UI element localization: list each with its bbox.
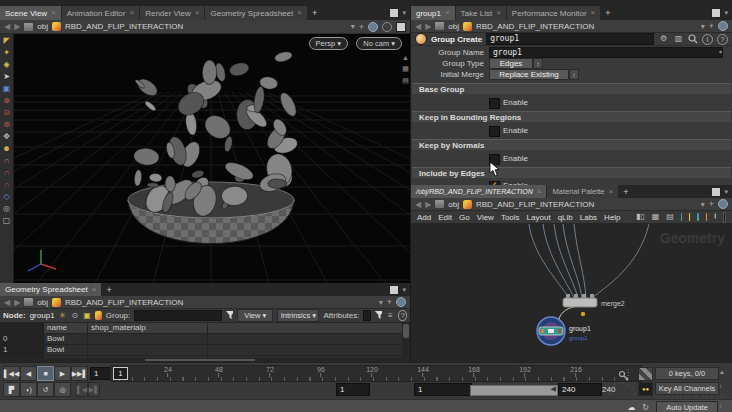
breadcrumb-node[interactable]: RBD_AND_FLIP_INTERACTION bbox=[476, 200, 594, 209]
scene-viewport[interactable]: ◤ ✦ ◈ ➤ ▣ ⊕ ⊙ ⊚ ✥ ☻ ∩ ∩ ∩ ◇ ◎ ▢ bbox=[0, 34, 410, 283]
loop-mode-icon[interactable]: ↺ bbox=[37, 382, 54, 397]
initial-merge-dropdown[interactable]: Replace Existing bbox=[489, 69, 569, 80]
spinner-icon[interactable]: ↕ bbox=[719, 403, 722, 409]
breadcrumb-context[interactable]: obj bbox=[448, 200, 459, 209]
col-name[interactable]: name bbox=[44, 323, 88, 333]
menu-tools[interactable]: Tools bbox=[501, 213, 520, 222]
view-dropdown[interactable]: View ▾ bbox=[237, 309, 273, 322]
intrinsics-dropdown[interactable]: Intrinsics ▾ bbox=[277, 309, 319, 322]
select-tool-icon[interactable]: ➤ bbox=[0, 70, 13, 82]
flipbook-icon[interactable]: ▢ bbox=[0, 214, 13, 226]
menu-qlib[interactable]: qLib bbox=[558, 213, 573, 222]
pose-tool-icon[interactable]: ✥ bbox=[0, 130, 13, 142]
close-icon[interactable]: × bbox=[51, 9, 56, 17]
pin-icon[interactable]: + bbox=[709, 199, 714, 209]
menu-help[interactable]: Help bbox=[604, 213, 620, 222]
section-keep-by-normals[interactable]: Keep by Normals bbox=[412, 139, 731, 150]
network-canvas[interactable]: Geometry merge2 group1 group1 bbox=[411, 224, 732, 362]
node-value[interactable]: group1 bbox=[30, 311, 55, 320]
radial-menu-icon[interactable] bbox=[368, 22, 378, 32]
tab-scene-view[interactable]: Scene View× bbox=[0, 6, 61, 20]
play-button[interactable]: ▶ bbox=[54, 366, 71, 381]
export-flipbook-icon[interactable]: ▛ bbox=[3, 382, 20, 397]
group-type-dropdown[interactable]: Edges bbox=[489, 58, 533, 69]
tab-take-list[interactable]: Take List× bbox=[456, 6, 506, 20]
radial-menu-icon[interactable] bbox=[718, 199, 728, 209]
table-row[interactable]: 0Bowl bbox=[0, 334, 402, 345]
scale-tool-icon[interactable]: ⊚ bbox=[0, 118, 13, 130]
section-keep-in-bounding-regions[interactable]: Keep in Bounding Regions bbox=[412, 111, 731, 122]
radial-menu-icon[interactable] bbox=[718, 21, 728, 31]
breadcrumb-context[interactable]: obj bbox=[37, 298, 48, 307]
spinner-icon[interactable]: ↕ bbox=[533, 58, 543, 69]
pan-tool-icon[interactable]: ✦ bbox=[0, 46, 13, 58]
new-tab-button[interactable]: + bbox=[308, 6, 321, 20]
path-dropdown-icon[interactable]: ▾ bbox=[379, 298, 383, 307]
tab-performance-monitor[interactable]: Performance Monitor× bbox=[507, 6, 600, 20]
anim-options-icon[interactable]: ◎ bbox=[54, 382, 71, 397]
timeline-ruler[interactable]: 24 48 72 96 120 144 168 192 216 ⋮ 1 bbox=[110, 365, 642, 382]
gear-icon[interactable]: ⚙ bbox=[658, 34, 669, 45]
key-all-channels-dropdown[interactable]: Key All Channels bbox=[655, 382, 719, 395]
bounding-enable-checkbox[interactable] bbox=[489, 126, 500, 137]
forward-icon[interactable]: ▶ bbox=[14, 298, 20, 307]
help-icon[interactable]: ? bbox=[398, 310, 407, 321]
breadcrumb-context[interactable]: obj bbox=[448, 22, 459, 31]
breadcrumb-node[interactable]: RBD_AND_FLIP_INTERACTION bbox=[65, 22, 183, 31]
close-icon[interactable]: × bbox=[92, 286, 97, 294]
path-dropdown-icon[interactable]: ▾ bbox=[351, 22, 355, 31]
close-icon[interactable]: × bbox=[297, 9, 302, 17]
memory-icon[interactable]: ☁ bbox=[626, 402, 637, 412]
close-icon[interactable]: × bbox=[496, 9, 501, 17]
performance-icon[interactable]: ▮▯ bbox=[636, 212, 645, 223]
construction-plane-icon[interactable]: ◇ bbox=[0, 190, 13, 202]
back-icon[interactable]: ◀ bbox=[4, 298, 10, 307]
menu-labs[interactable]: Labs bbox=[580, 213, 597, 222]
view-tool-icon[interactable]: ◤ bbox=[0, 34, 13, 46]
snapshot-icon[interactable] bbox=[396, 22, 406, 32]
character-tool-icon[interactable]: ☻ bbox=[0, 142, 13, 154]
path-dropdown-icon[interactable]: ▾ bbox=[701, 22, 705, 31]
camera-select-button[interactable]: No cam ▾ bbox=[356, 37, 402, 50]
range-end-field[interactable]: 240 bbox=[558, 383, 602, 396]
group-filter-input[interactable] bbox=[134, 310, 222, 321]
zoom-tool-icon[interactable]: ◈ bbox=[0, 58, 13, 70]
pin-icon[interactable]: + bbox=[359, 22, 364, 32]
snap-prim-icon[interactable]: ∩ bbox=[0, 178, 13, 190]
menu-edit[interactable]: Edit bbox=[438, 213, 452, 222]
col-material[interactable]: shop_materialp bbox=[88, 323, 208, 333]
scene-3d-canvas[interactable] bbox=[13, 34, 410, 283]
pane-maximize-icon[interactable] bbox=[711, 8, 721, 18]
back-icon[interactable]: ◀ bbox=[4, 22, 10, 31]
grid-snap-icon[interactable]: ▦ bbox=[652, 212, 660, 223]
background-image-icon[interactable] bbox=[697, 213, 698, 221]
snap-point-icon[interactable]: ∩ bbox=[0, 166, 13, 178]
tab-geometry-spreadsheet[interactable]: Geometry Spreadsheet× bbox=[205, 6, 306, 20]
keys-summary-dropdown[interactable]: 0 keys, 0/0 channels bbox=[655, 367, 719, 380]
radial-menu-icon[interactable] bbox=[396, 297, 406, 307]
new-tab-button[interactable]: + bbox=[102, 283, 115, 296]
range-handle-icon[interactable]: ◀ bbox=[551, 385, 556, 393]
spinner-icon[interactable]: ↕ bbox=[719, 383, 722, 389]
menu-go[interactable]: Go bbox=[459, 213, 470, 222]
merge-node[interactable]: merge2 bbox=[563, 294, 625, 316]
pane-maximize-icon[interactable] bbox=[389, 285, 399, 295]
move-tool-icon[interactable]: ⊕ bbox=[0, 94, 13, 106]
cook-refresh-icon[interactable]: ↻ bbox=[640, 402, 651, 412]
channels-icon[interactable]: ●● bbox=[638, 382, 653, 396]
pane-maximize-icon[interactable] bbox=[711, 187, 721, 197]
display-options-icon[interactable] bbox=[723, 212, 726, 223]
pane-menu-icon[interactable]: ▾ bbox=[724, 188, 728, 196]
back-icon[interactable]: ◀ bbox=[415, 200, 421, 209]
filter-icon[interactable] bbox=[226, 311, 233, 320]
presets-icon[interactable]: ▥ bbox=[673, 34, 684, 45]
group-name-input[interactable]: group1 bbox=[489, 47, 723, 58]
sticky-note-icon[interactable] bbox=[689, 213, 690, 221]
close-icon[interactable]: × bbox=[445, 9, 450, 17]
options-icon[interactable]: ▤ bbox=[402, 77, 409, 85]
pane-menu-icon[interactable]: ▾ bbox=[724, 9, 728, 17]
pane-menu-icon[interactable]: ▾ bbox=[402, 9, 406, 17]
breadcrumb-context[interactable]: obj bbox=[37, 22, 48, 31]
wrench-icon[interactable] bbox=[628, 213, 629, 222]
attributes-filter-input[interactable] bbox=[363, 310, 371, 321]
